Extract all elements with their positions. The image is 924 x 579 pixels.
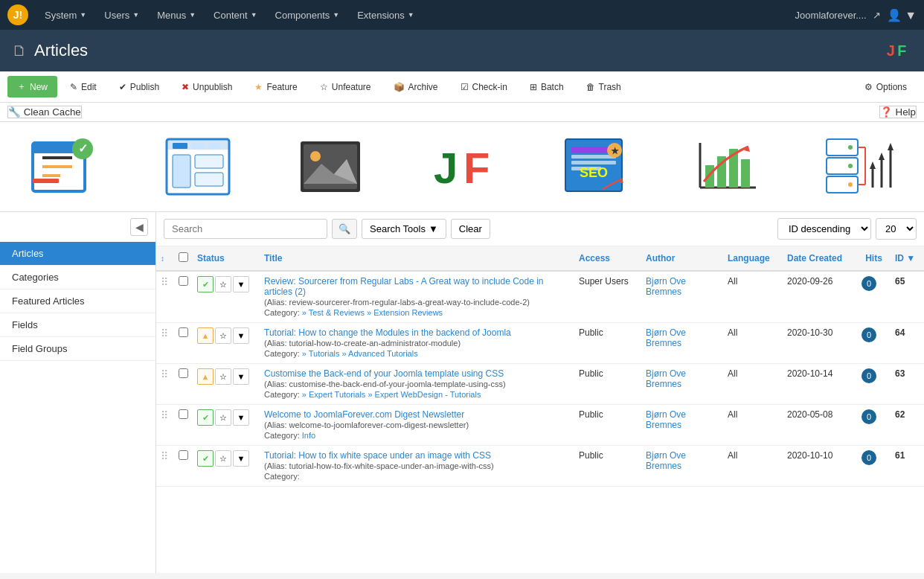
unfeature-button[interactable]: ☆ Unfeature <box>310 77 381 97</box>
nav-menus[interactable]: Menus▼ <box>150 7 203 24</box>
status-toggle-button[interactable]: ✔ <box>197 276 214 292</box>
status-dropdown-button[interactable]: ▼ <box>233 276 249 292</box>
author-link[interactable]: Bjørn Ove Bremnes <box>646 450 686 471</box>
sidebar-item-categories[interactable]: Categories <box>0 266 155 290</box>
row-status-cell: ✔ ☆ ▼ <box>193 405 260 446</box>
status-toggle-button[interactable]: ▲ <box>197 368 214 385</box>
user-menu-icon[interactable]: 👤 ▼ <box>887 8 917 22</box>
row-access-cell: Public <box>574 405 641 446</box>
col-language[interactable]: Language <box>723 246 783 271</box>
search-icon: 🔍 <box>339 223 350 234</box>
row-checkbox[interactable] <box>179 409 188 419</box>
svg-marker-56 <box>879 153 885 160</box>
author-link[interactable]: Bjørn Ove Bremnes <box>646 327 686 348</box>
row-checkbox[interactable] <box>179 450 188 460</box>
help-button[interactable]: ❓ Help <box>879 106 917 118</box>
status-dropdown-button[interactable]: ▼ <box>233 409 249 426</box>
question-icon: ❓ <box>880 106 893 118</box>
col-sort: ↕ <box>156 246 174 271</box>
author-link[interactable]: Bjørn Ove Bremnes <box>646 276 686 297</box>
clean-cache-button[interactable]: 🔧 Clean Cache <box>7 106 82 118</box>
drag-handle[interactable]: ⠿ <box>156 364 174 405</box>
per-page-select[interactable]: 20 10 50 <box>876 218 917 240</box>
row-checkbox[interactable] <box>179 368 188 378</box>
feature-toggle-button[interactable]: ☆ <box>215 327 231 344</box>
status-toggle-button[interactable]: ▲ <box>197 327 214 344</box>
drag-handle[interactable]: ⠿ <box>156 271 174 323</box>
col-access[interactable]: Access <box>574 246 641 271</box>
row-hits-cell: 0 <box>857 271 891 323</box>
col-title[interactable]: Title <box>260 246 574 271</box>
article-category: Category: » Test & Reviews » Extension R… <box>264 308 443 317</box>
status-toggle-button[interactable]: ✔ <box>197 409 214 426</box>
sidebar-item-articles[interactable]: Articles <box>0 242 155 266</box>
select-all-checkbox[interactable] <box>179 252 188 262</box>
nav-users[interactable]: Users▼ <box>97 7 147 24</box>
sidebar-item-featured[interactable]: Featured Articles <box>0 290 155 313</box>
search-tools-button[interactable]: Search Tools ▼ <box>362 219 446 239</box>
col-date[interactable]: Date Created <box>783 246 857 271</box>
row-access-cell: Public <box>574 364 641 405</box>
batch-button[interactable]: ⊞ Batch <box>520 77 574 97</box>
article-title-link[interactable]: Tutorial: How to change the Modules in t… <box>264 327 511 338</box>
drag-handle[interactable]: ⠿ <box>156 323 174 364</box>
nav-extensions[interactable]: Extensions▼ <box>350 7 422 24</box>
author-link[interactable]: Bjørn Ove Bremnes <box>646 368 686 389</box>
feature-toggle-button[interactable]: ☆ <box>215 368 231 385</box>
checkin-icon: ☑ <box>461 82 469 92</box>
main-content-area: ◀ Articles Categories Featured Articles … <box>0 212 924 573</box>
col-status[interactable]: Status <box>193 246 260 271</box>
feature-toggle-button[interactable]: ☆ <box>215 409 231 426</box>
nav-components[interactable]: Components▼ <box>268 7 347 24</box>
sidebar-item-fields[interactable]: Fields <box>0 313 155 337</box>
author-link[interactable]: Bjørn Ove Bremnes <box>646 409 686 430</box>
svg-point-49 <box>848 182 853 187</box>
row-hits-cell: 0 <box>857 405 891 446</box>
unpublish-button[interactable]: ✖ Unpublish <box>172 77 242 97</box>
status-dropdown-button[interactable]: ▼ <box>233 368 249 385</box>
publish-button[interactable]: ✔ Publish <box>109 77 169 97</box>
search-input[interactable] <box>164 219 327 239</box>
row-id-cell: 62 <box>891 405 924 446</box>
feature-toggle-button[interactable]: ☆ <box>215 276 231 292</box>
row-author-cell: Bjørn Ove Bremnes <box>641 364 723 405</box>
article-category: Category: » Expert Tutorials » Expert We… <box>264 390 481 399</box>
col-id[interactable]: ID ▼ <box>891 246 924 271</box>
sidebar-collapse-button[interactable]: ◀ <box>0 212 155 242</box>
row-title-cell: Tutorial: How to change the Modules in t… <box>260 323 574 364</box>
article-category: Category: » Tutorials » Advanced Tutoria… <box>264 349 418 358</box>
row-checkbox-cell <box>174 323 193 364</box>
row-checkbox[interactable] <box>179 276 188 286</box>
drag-handle[interactable]: ⠿ <box>156 405 174 446</box>
status-dropdown-button[interactable]: ▼ <box>233 327 249 344</box>
new-button[interactable]: ＋ New <box>7 76 57 97</box>
article-title-link[interactable]: Tutorial: How to fix white space under a… <box>264 450 491 461</box>
article-title-link[interactable]: Customise the Back-end of your Joomla te… <box>264 368 504 379</box>
drag-handle[interactable]: ⠿ <box>156 446 174 487</box>
options-button[interactable]: ⚙ Options <box>855 77 917 97</box>
secondary-toolbar: 🔧 Clean Cache ❓ Help <box>0 103 924 122</box>
row-access-cell: Public <box>574 323 641 364</box>
row-status-cell: ▲ ☆ ▼ <box>193 323 260 364</box>
feature-toggle-button[interactable]: ☆ <box>215 450 231 467</box>
edit-button[interactable]: ✎ Edit <box>60 77 106 97</box>
feature-button[interactable]: ★ Feature <box>245 77 307 97</box>
nav-content[interactable]: Content▼ <box>206 7 264 24</box>
search-submit-button[interactable]: 🔍 <box>332 219 357 239</box>
article-title-link[interactable]: Review: Sourcerer from Regular Labs - A … <box>264 276 544 297</box>
col-hits[interactable]: Hits <box>857 246 891 271</box>
status-dropdown-button[interactable]: ▼ <box>233 450 249 467</box>
archive-button[interactable]: 📦 Archive <box>384 77 448 97</box>
clear-search-button[interactable]: Clear <box>451 219 490 239</box>
nav-system[interactable]: System▼ <box>37 7 94 24</box>
col-author[interactable]: Author <box>641 246 723 271</box>
row-hits-cell: 0 <box>857 446 891 487</box>
trash-button[interactable]: 🗑 Trash <box>577 77 631 97</box>
article-title-link[interactable]: Welcome to JoomlaForever.com Digest News… <box>264 409 464 420</box>
sidebar-item-fieldgroups[interactable]: Field Groups <box>0 337 155 361</box>
sort-select[interactable]: ID descendingID ascendingTitleDate Creat… <box>777 218 871 240</box>
checkin-button[interactable]: ☑ Check-in <box>451 77 517 97</box>
status-toggle-button[interactable]: ✔ <box>197 450 214 467</box>
site-link[interactable]: Joomlaforever.... <box>795 10 867 21</box>
row-checkbox[interactable] <box>179 327 188 337</box>
